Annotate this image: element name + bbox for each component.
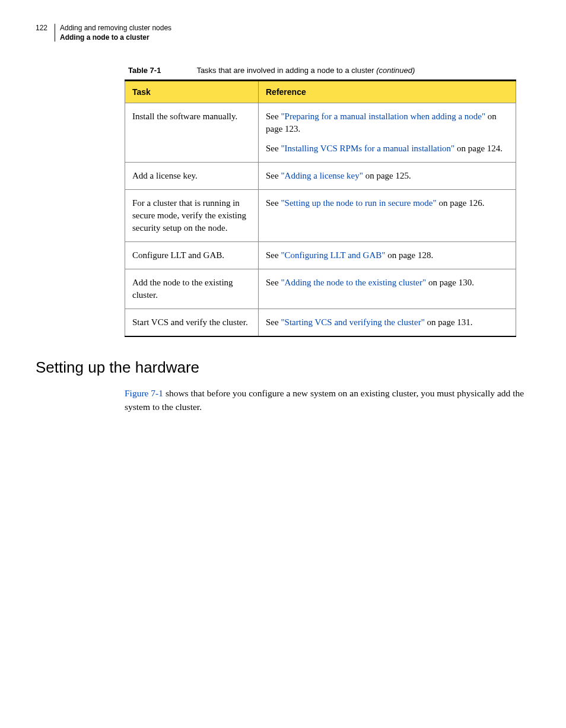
tasks-table: Task Reference Install the software manu…: [125, 80, 516, 337]
body-rest: shows that before you configure a new sy…: [125, 388, 524, 412]
ref-prefix: See: [266, 198, 281, 208]
table-caption: Table 7-1Tasks that are involved in addi…: [128, 66, 530, 75]
ref-suffix: on page 124.: [454, 144, 503, 153]
ref-suffix: on page 128.: [385, 250, 433, 260]
ref-prefix: See: [266, 250, 281, 260]
reference-cell: See "Adding a license key" on page 125.: [259, 163, 516, 190]
page-number: 122: [36, 24, 55, 32]
ref-suffix: on page 130.: [426, 278, 474, 287]
task-cell: Configure LLT and GAB.: [125, 242, 259, 269]
ref-suffix: on page 125.: [363, 171, 411, 180]
table-row: Add a license key.See "Adding a license …: [125, 163, 516, 190]
reference-block: See "Adding the node to the existing clu…: [266, 276, 508, 289]
ref-prefix: See: [266, 278, 281, 287]
ref-prefix: See: [266, 112, 281, 121]
reference-block: See "Installing VCS RPMs for a manual in…: [266, 142, 508, 155]
reference-block: See "Setting up the node to run in secur…: [266, 197, 508, 209]
reference-block: See "Configuring LLT and GAB" on page 12…: [266, 249, 508, 262]
ref-prefix: See: [266, 171, 281, 180]
col-reference: Reference: [259, 81, 516, 103]
page-header: 122 Adding and removing cluster nodes Ad…: [36, 24, 530, 42]
task-cell: Install the software manually.: [125, 103, 259, 163]
ref-prefix: See: [266, 317, 281, 327]
header-section: Adding a node to a cluster: [60, 33, 171, 43]
reference-link[interactable]: "Preparing for a manual installation whe…: [281, 112, 485, 121]
table-row: Start VCS and verify the cluster.See "St…: [125, 309, 516, 337]
task-cell: Add the node to the existing cluster.: [125, 269, 259, 309]
table-caption-suffix: (continued): [376, 66, 415, 75]
body-paragraph: Figure 7-1 shows that before you configu…: [125, 386, 530, 414]
reference-link[interactable]: "Adding a license key": [281, 171, 363, 180]
reference-link[interactable]: "Setting up the node to run in secure mo…: [281, 198, 436, 208]
reference-cell: See "Starting VCS and verifying the clus…: [259, 309, 516, 337]
reference-link[interactable]: "Installing VCS RPMs for a manual instal…: [281, 144, 454, 153]
table-row: For a cluster that is running in secure …: [125, 190, 516, 242]
header-chapter: Adding and removing cluster nodes: [60, 24, 171, 33]
reference-block: See "Adding a license key" on page 125.: [266, 170, 508, 182]
ref-prefix: See: [266, 144, 281, 153]
reference-cell: See "Adding the node to the existing clu…: [259, 269, 516, 309]
table-row: Install the software manually.See "Prepa…: [125, 103, 516, 163]
header-divider: [55, 24, 55, 42]
table-row: Add the node to the existing cluster.See…: [125, 269, 516, 309]
table-caption-text: Tasks that are involved in adding a node…: [196, 66, 376, 75]
reference-link[interactable]: "Adding the node to the existing cluster…: [281, 278, 426, 287]
table-label: Table 7-1: [128, 66, 161, 75]
task-cell: Add a license key.: [125, 163, 259, 190]
reference-cell: See "Configuring LLT and GAB" on page 12…: [259, 242, 516, 269]
reference-cell: See "Setting up the node to run in secur…: [259, 190, 516, 242]
reference-link[interactable]: "Configuring LLT and GAB": [281, 250, 385, 260]
ref-suffix: on page 131.: [425, 317, 473, 327]
table-row: Configure LLT and GAB.See "Configuring L…: [125, 242, 516, 269]
reference-block: See "Starting VCS and verifying the clus…: [266, 316, 508, 329]
figure-link[interactable]: Figure 7-1: [125, 388, 163, 398]
col-task: Task: [125, 81, 259, 103]
section-heading: Setting up the hardware: [36, 358, 530, 377]
ref-suffix: on page 126.: [437, 198, 485, 208]
reference-block: See "Preparing for a manual installation…: [266, 110, 508, 135]
task-cell: Start VCS and verify the cluster.: [125, 309, 259, 337]
reference-link[interactable]: "Starting VCS and verifying the cluster": [281, 317, 424, 327]
task-cell: For a cluster that is running in secure …: [125, 190, 259, 242]
reference-cell: See "Preparing for a manual installation…: [259, 103, 516, 163]
